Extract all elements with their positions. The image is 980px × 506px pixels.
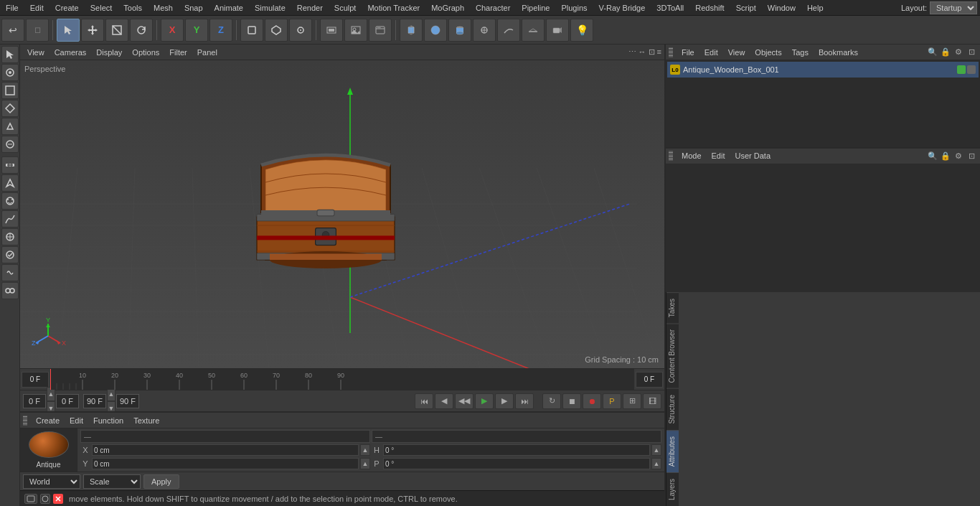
menu-mesh[interactable]: Mesh: [148, 2, 179, 14]
vp-icon-arrows[interactable]: ↔: [639, 47, 646, 57]
world-dropdown[interactable]: World: [23, 474, 80, 489]
sphere-button[interactable]: [424, 19, 447, 42]
cube-button[interactable]: [400, 19, 423, 42]
status-icon-close[interactable]: [53, 494, 63, 504]
stop-button[interactable]: ⏹: [562, 393, 581, 409]
grid-button[interactable]: ⊞: [623, 393, 641, 409]
menu-window[interactable]: Window: [762, 2, 801, 14]
vp-menu-filter[interactable]: Filter: [165, 47, 191, 58]
attr-search-icon[interactable]: 🔍: [927, 150, 938, 161]
vp-icon-menu[interactable]: ≡: [657, 47, 661, 57]
menu-select[interactable]: Select: [85, 2, 118, 14]
layout-select[interactable]: Startup: [930, 1, 977, 14]
cylinder-button[interactable]: [448, 19, 471, 42]
render-picture-button[interactable]: [344, 19, 367, 42]
camera-button[interactable]: [546, 19, 569, 42]
play-reverse-button[interactable]: ◀◀: [455, 393, 473, 409]
obj-menu-objects[interactable]: Objects: [750, 47, 786, 58]
vtab-content-browser[interactable]: Content Browser: [666, 323, 679, 388]
end-frame-input[interactable]: [83, 394, 106, 408]
left-tool-8[interactable]: [1, 174, 19, 192]
attr-drag-handle[interactable]: [669, 151, 673, 161]
move-tool-button[interactable]: [81, 19, 104, 42]
obj-menu-edit[interactable]: Edit: [700, 47, 722, 58]
menu-pipeline[interactable]: Pipeline: [516, 2, 555, 14]
object-drag-handle[interactable]: [669, 47, 673, 57]
first-frame-button[interactable]: ⏮: [415, 393, 433, 409]
obj-lock-icon[interactable]: 🔒: [940, 47, 951, 58]
vp-menu-cameras[interactable]: Cameras: [50, 47, 91, 58]
left-tool-11[interactable]: [1, 228, 19, 245]
p-rot-arrow[interactable]: ▲: [651, 458, 661, 469]
next-frame-button[interactable]: ▶: [495, 393, 514, 409]
vp-menu-view[interactable]: View: [23, 47, 49, 58]
left-tool-10[interactable]: [1, 210, 19, 228]
obj-menu-bookmarks[interactable]: Bookmarks: [814, 47, 862, 58]
left-tool-5[interactable]: [1, 118, 19, 135]
menu-script[interactable]: Script: [730, 2, 762, 14]
null-button[interactable]: [473, 19, 496, 42]
obj-menu-file[interactable]: File: [677, 47, 699, 58]
left-tool-12[interactable]: [1, 246, 19, 263]
rotate-tool-button[interactable]: [130, 19, 153, 42]
apply-button[interactable]: Apply: [143, 474, 179, 489]
vtab-takes[interactable]: Takes: [666, 292, 679, 323]
h-rot-arrow[interactable]: ▲: [651, 444, 661, 456]
undo-button[interactable]: ↩: [1, 19, 24, 42]
scale-dropdown[interactable]: Scale: [83, 474, 141, 489]
menu-mograph[interactable]: MoGraph: [425, 2, 470, 14]
select-tool-button[interactable]: [57, 19, 80, 42]
status-icon-1[interactable]: [24, 494, 37, 504]
redo-button[interactable]: ◻: [26, 19, 49, 42]
vtab-attributes[interactable]: Attributes: [666, 430, 679, 472]
attr-menu-mode[interactable]: Mode: [677, 150, 706, 161]
vp-icon-expand[interactable]: ⊡: [649, 47, 655, 57]
prev-frame-button[interactable]: ◀: [435, 393, 453, 409]
vp-menu-display[interactable]: Display: [92, 47, 126, 58]
vp-menu-options[interactable]: Options: [128, 47, 164, 58]
menu-plugins[interactable]: Plugins: [555, 2, 593, 14]
menu-render[interactable]: Render: [291, 2, 329, 14]
y-axis-button[interactable]: Y: [185, 19, 208, 42]
left-tool-2[interactable]: [1, 64, 19, 81]
menu-simulate[interactable]: Simulate: [249, 2, 291, 14]
max-frame-input[interactable]: [116, 394, 139, 408]
bottom-menu-function[interactable]: Function: [89, 415, 128, 426]
menu-redshift[interactable]: Redshift: [689, 2, 730, 14]
render-region-button[interactable]: [320, 19, 343, 42]
vp-menu-panel[interactable]: Panel: [193, 47, 222, 58]
film-button[interactable]: 🎞: [643, 393, 661, 409]
floor-button[interactable]: [522, 19, 545, 42]
attr-menu-edit[interactable]: Edit: [707, 150, 730, 161]
left-tool-7[interactable]: [1, 156, 19, 174]
p-rot-input[interactable]: [383, 458, 650, 469]
left-tool-14[interactable]: [1, 282, 19, 299]
y-pos-arrow[interactable]: ▲: [360, 458, 370, 469]
menu-tools[interactable]: Tools: [118, 2, 148, 14]
left-tool-1[interactable]: [1, 46, 19, 63]
left-tool-4[interactable]: [1, 100, 19, 117]
last-frame-button[interactable]: ⏭: [515, 393, 534, 409]
obj-menu-view[interactable]: View: [724, 47, 750, 58]
x-axis-button[interactable]: X: [161, 19, 184, 42]
menu-3dtall[interactable]: 3DToAll: [651, 2, 689, 14]
attr-menu-userdata[interactable]: User Data: [731, 150, 776, 161]
left-tool-3[interactable]: [1, 82, 19, 99]
left-tool-13[interactable]: [1, 264, 19, 281]
attr-lock-icon[interactable]: 🔒: [940, 150, 951, 161]
menu-vray[interactable]: V-Ray Bridge: [593, 2, 651, 14]
attr-expand-icon[interactable]: ⊡: [966, 150, 977, 161]
timeline-track[interactable]: 10 20 30 40 50 60 70 80 90: [50, 369, 634, 390]
menu-character[interactable]: Character: [470, 2, 516, 14]
left-tool-9[interactable]: [1, 192, 19, 210]
current-frame-input[interactable]: [56, 394, 79, 408]
scale-tool-button[interactable]: [105, 19, 128, 42]
menu-animate[interactable]: Animate: [209, 2, 249, 14]
x-pos-input[interactable]: [92, 444, 359, 456]
sweep-button[interactable]: [497, 19, 520, 42]
bottom-menu-texture[interactable]: Texture: [129, 415, 164, 426]
vp-icon-dots[interactable]: ⋯: [628, 47, 636, 57]
menu-sculpt[interactable]: Sculpt: [329, 2, 362, 14]
bottom-menu-edit[interactable]: Edit: [65, 415, 88, 426]
bottom-drag-handle[interactable]: [23, 416, 27, 426]
